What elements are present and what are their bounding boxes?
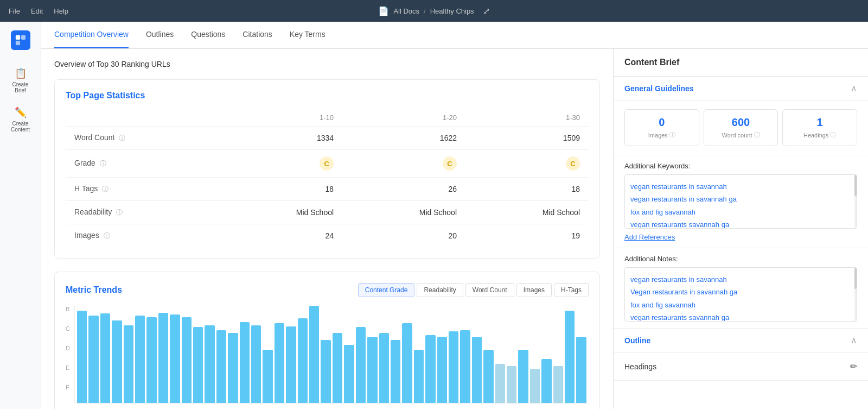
tab-key-terms[interactable]: Key Terms xyxy=(290,22,326,48)
info-icon-stat-images[interactable]: ⓘ xyxy=(669,131,675,139)
info-icon-images[interactable]: ⓘ xyxy=(104,232,110,240)
table-row: H Tags ⓘ 18 26 18 xyxy=(66,178,589,201)
svg-rect-1 xyxy=(21,35,25,40)
menu-help[interactable]: Help xyxy=(54,7,68,15)
outline-headings-label: Headings xyxy=(624,362,656,371)
keyword-item[interactable]: vegan restaurants in savannah xyxy=(630,180,851,193)
keywords-box: vegan restaurants in savannah vegan rest… xyxy=(624,174,857,229)
col-header-1-30: 1-30 xyxy=(465,109,589,127)
word-count-1-10: 1334 xyxy=(219,127,342,150)
app-logo[interactable] xyxy=(11,30,30,50)
chart-bar xyxy=(518,350,528,403)
readability-1-30: Mid School xyxy=(465,201,589,224)
additional-keywords-label: Additional Keywords: xyxy=(624,162,857,170)
note-item: vegan restaurants in savannah xyxy=(630,273,851,286)
y-label-c: C xyxy=(66,325,70,332)
stat-value-word-count: 600 xyxy=(709,116,774,129)
chart-bar xyxy=(309,306,319,403)
readability-1-20: Mid School xyxy=(342,201,465,224)
stat-label-images: Images ⓘ xyxy=(629,131,694,139)
general-guidelines-collapse-icon[interactable]: ∧ xyxy=(851,83,857,93)
chart-bar xyxy=(275,323,284,403)
sidebar-label-create-content: Create Content xyxy=(8,121,34,133)
info-icon-stat-headings[interactable]: ⓘ xyxy=(830,131,836,139)
outline-title: Outline xyxy=(624,336,650,345)
section-title: Overview of Top 30 Ranking URLs xyxy=(54,60,600,68)
table-row: Images ⓘ 24 20 19 xyxy=(66,224,589,248)
menu-edit[interactable]: Edit xyxy=(31,7,43,15)
stat-label-headings: Headings ⓘ xyxy=(787,131,852,139)
trends-tab-content-grade[interactable]: Content Grade xyxy=(358,283,415,297)
trends-tab-readability[interactable]: Readability xyxy=(417,283,463,297)
tab-outlines[interactable]: Outlines xyxy=(146,22,174,48)
trends-tab-htags[interactable]: H-Tags xyxy=(554,283,589,297)
readability-1-10: Mid School xyxy=(219,201,342,224)
create-brief-icon: 📋 xyxy=(15,67,27,79)
stat-label-word-count: Word count ⓘ xyxy=(709,131,774,139)
chart-bar xyxy=(135,316,145,403)
row-label-word-count: Word Count ⓘ xyxy=(66,127,219,150)
info-icon-readability[interactable]: ⓘ xyxy=(116,209,123,216)
trends-tab-word-count[interactable]: Word Count xyxy=(465,283,514,297)
sidebar-item-create-content[interactable]: ✏️ Create Content xyxy=(3,102,38,137)
menu-bar-left: File Edit Help xyxy=(9,7,68,15)
keyword-item[interactable]: vegan restaurants savannah ga xyxy=(630,218,851,229)
y-label-e: E xyxy=(66,364,70,371)
stat-box-word-count: 600 Word count ⓘ xyxy=(704,109,778,146)
table-row: Grade ⓘ C C C xyxy=(66,150,589,178)
chart-bar xyxy=(77,311,87,403)
tab-nav: Competition Overview Outlines Questions … xyxy=(41,22,868,49)
stat-value-headings: 1 xyxy=(787,116,852,129)
info-icon-grade[interactable]: ⓘ xyxy=(100,160,106,167)
sidebar-label-create-brief: Create Brief xyxy=(8,81,34,93)
trends-title: Metric Trends xyxy=(66,285,122,295)
main-content: Competition Overview Outlines Questions … xyxy=(41,22,868,409)
grade-1-30: C xyxy=(465,150,589,178)
all-docs-link[interactable]: All Docs xyxy=(393,7,419,15)
y-label-d: D xyxy=(66,345,70,351)
images-1-10: 24 xyxy=(219,224,342,248)
add-references-link[interactable]: Add References xyxy=(624,233,857,241)
chart-bar xyxy=(124,325,133,403)
chart-bar xyxy=(286,326,296,403)
info-icon-htags[interactable]: ⓘ xyxy=(102,185,108,193)
chart-bar xyxy=(576,337,586,403)
create-content-icon: ✏️ xyxy=(15,106,27,118)
keyword-item[interactable]: vegan restaurants in savannah ga xyxy=(630,193,851,205)
chart-bar xyxy=(530,369,540,403)
sidebar-item-create-brief[interactable]: 📋 Create Brief xyxy=(3,63,38,98)
keywords-scrollbar-thumb xyxy=(854,175,857,196)
tab-citations[interactable]: Citations xyxy=(242,22,272,48)
info-icon-word-count[interactable]: ⓘ xyxy=(119,134,125,142)
htags-1-20: 26 xyxy=(342,178,465,201)
doc-name-link[interactable]: Healthy Chips xyxy=(430,7,474,15)
htags-1-30: 18 xyxy=(465,178,589,201)
chart-bar xyxy=(100,313,110,403)
keyword-item[interactable]: fox and fig savannah xyxy=(630,206,851,218)
chart-bar xyxy=(146,317,156,403)
share-icon[interactable]: ⤢ xyxy=(483,6,490,16)
stat-box-headings: 1 Headings ⓘ xyxy=(782,109,857,146)
outline-edit-icon[interactable]: ✏ xyxy=(850,361,857,372)
notes-scrollbar xyxy=(854,268,857,321)
svg-rect-2 xyxy=(15,41,20,45)
outline-collapse-icon[interactable]: ∧ xyxy=(851,335,857,345)
keywords-scrollbar xyxy=(854,175,857,228)
menu-bar: File Edit Help 📄 All Docs / Healthy Chip… xyxy=(0,0,868,22)
tab-questions[interactable]: Questions xyxy=(191,22,225,48)
grade-badge-1-30: C xyxy=(566,156,580,171)
chart-bar xyxy=(414,350,424,403)
bar-chart: B C D E F xyxy=(66,306,589,404)
chart-bar xyxy=(112,320,122,403)
chart-bar xyxy=(182,317,192,403)
chart-bar xyxy=(449,331,458,403)
stats-table: 1-10 1-20 1-30 Word Count ⓘ xyxy=(66,109,589,247)
trends-tab-images[interactable]: Images xyxy=(516,283,552,297)
tab-competition-overview[interactable]: Competition Overview xyxy=(54,22,129,48)
chart-bar xyxy=(263,350,272,403)
row-label-htags: H Tags ⓘ xyxy=(66,178,219,201)
info-icon-stat-word-count[interactable]: ⓘ xyxy=(754,131,760,139)
menu-file[interactable]: File xyxy=(9,7,20,15)
chart-bar xyxy=(483,350,493,403)
chart-bar xyxy=(321,340,330,403)
